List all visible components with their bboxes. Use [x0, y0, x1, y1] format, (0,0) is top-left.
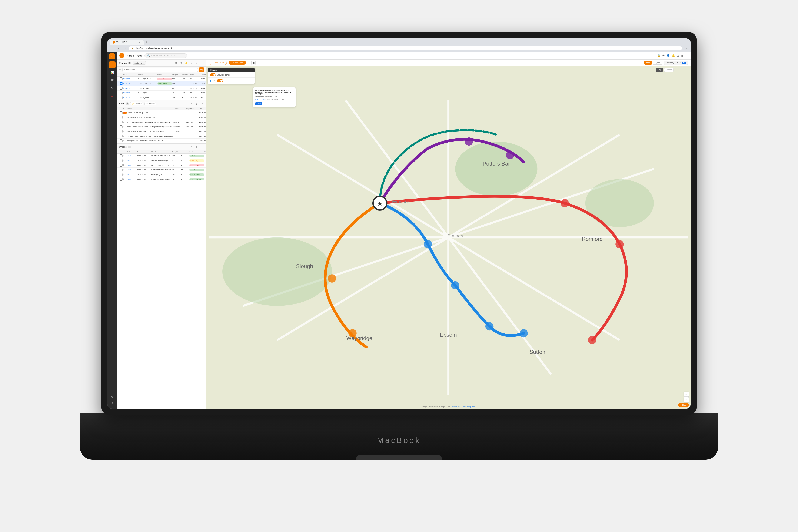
lock-icon[interactable]: 🔒 — [657, 54, 661, 57]
sites-add-icon[interactable]: + — [189, 101, 194, 106]
row-checkbox[interactable] — [119, 87, 123, 90]
legend-map-btn[interactable]: Map — [656, 68, 663, 72]
table-row[interactable]: R138720 Truck 2 (Andrew) Closed 228 17.5… — [117, 77, 206, 81]
zoom-out-btn[interactable]: − — [684, 397, 689, 402]
driver-toggle[interactable] — [217, 79, 223, 82]
map-toggle-btn[interactable]: 🗺 — [199, 68, 204, 72]
order-checkbox[interactable] — [119, 164, 123, 167]
table-row[interactable]: R138717 Truck 5 (Ed) 48 16.5 09:00 am 11… — [117, 91, 206, 95]
list-item[interactable]: 3 Upper House Discoed Street Presteigne … — [117, 125, 206, 129]
zoom-in-btn[interactable]: + — [684, 392, 689, 397]
list-item[interactable]: 1 10 Downage Drive London NW4 1AA 12:09 … — [117, 115, 206, 120]
table-row[interactable]: R138718 Truck 3 (Paul) 249 12 09:00 am 1… — [117, 86, 206, 91]
search-bar[interactable]: 🔍 Search by Order Number — [145, 53, 187, 58]
terms-link[interactable]: Terms of Use — [452, 406, 460, 407]
sidebar-icon-routes[interactable]: ☰ — [109, 61, 116, 68]
order-number[interactable]: 26410 — [127, 155, 137, 157]
address-bar[interactable]: 🔒 https://web.track-pod.com/en/plan-trac… — [129, 46, 682, 50]
trash-icon[interactable]: 🗑 — [681, 54, 684, 57]
table-row[interactable]: ⠿ 26385 2022.07.05 ECYCLE DRIVE (PTY) L.… — [117, 163, 206, 168]
more-routes-icon[interactable]: ⋮ — [200, 61, 204, 65]
order-checkbox[interactable] — [119, 178, 123, 180]
routes-filter-input[interactable] — [122, 68, 198, 72]
site-checkbox[interactable] — [119, 111, 123, 114]
drivers-toggle[interactable]: Show all drivers — [208, 72, 255, 78]
browser-tab-active[interactable]: Track-POD ✕ — [110, 40, 144, 45]
list-item[interactable]: 📍 7 Hazel Drive Send, gu236lq 11:46 am 0 — [117, 111, 206, 115]
add-route-btn[interactable]: + + Add Route — [209, 61, 227, 65]
site-checkbox[interactable] — [119, 125, 123, 128]
driver-item[interactable]: 1/1 — [208, 78, 255, 83]
tooltip-save-btn[interactable]: Save — [255, 102, 262, 105]
toggle-switch[interactable] — [210, 73, 216, 76]
sidebar-icon-settings-alt[interactable]: ⚙ — [109, 84, 116, 91]
order-number[interactable]: 26385 — [127, 164, 137, 166]
site-checkbox[interactable] — [119, 135, 123, 137]
star-icon[interactable]: ★ — [662, 54, 665, 57]
order-checkbox[interactable] — [119, 154, 123, 157]
row-checkbox[interactable] — [119, 96, 123, 99]
date-selector[interactable]: Yesterday ▾ — [133, 61, 146, 65]
report-link[interactable]: Report a map error — [462, 406, 475, 407]
user-icon[interactable]: 👤 — [666, 54, 670, 57]
more-icon[interactable]: ⋮ — [685, 54, 688, 57]
sidebar-logo[interactable]: ✓ — [109, 53, 115, 59]
preview-btn[interactable]: 👁 Preview — [145, 102, 156, 105]
orders-slider[interactable]: ⋯ — [200, 145, 204, 149]
legend-hybrid-btn[interactable]: Hybrid — [664, 68, 673, 72]
optimize-btn[interactable]: ⚡ R138720 Optimize — [130, 102, 143, 105]
map-view-map-btn[interactable]: Map — [644, 61, 652, 65]
table-row[interactable]: ⠿ 26417 2022.07.05 Elkam (Pty)Ltd 200 7 … — [117, 172, 206, 177]
site-checkbox[interactable] — [119, 116, 123, 119]
site-checkbox[interactable] — [119, 130, 123, 133]
sidebar-icon-alert[interactable]: ⚠ — [109, 92, 116, 99]
bell-routes-icon[interactable]: 🔔 — [184, 61, 189, 65]
sites-slider-icon[interactable]: ⋯ — [200, 101, 204, 106]
forward-btn[interactable]: › — [116, 46, 121, 51]
list-item[interactable]: 6 Manygate Lane Shepperton, Middlesex TW… — [117, 138, 206, 143]
list-item[interactable]: 2 UNIT A2 ALADIN BUSINESS CENTRE 426 LON… — [117, 120, 206, 125]
orders-add-icon[interactable]: + — [189, 145, 194, 149]
bookmark-btn[interactable]: ☆ — [684, 46, 688, 51]
orders-copy-icon[interactable]: ⧉ — [194, 145, 199, 149]
grid-icon[interactable]: ⊞ — [677, 54, 679, 57]
delete-icon[interactable]: 🗑 — [179, 61, 184, 65]
order-number[interactable]: 26493 — [127, 169, 137, 171]
sidebar-icon-help[interactable]: ? — [109, 400, 116, 407]
bell-icon[interactable]: 🔔 — [671, 54, 675, 57]
sidebar-icon-chart[interactable]: 📊 — [109, 69, 116, 76]
copy-icon[interactable]: ⧉ — [174, 61, 178, 65]
site-checkbox[interactable] — [119, 139, 123, 142]
add-icon[interactable]: + — [169, 61, 173, 65]
table-row[interactable]: R138719 Truck 1 (Georgy) In Progress 338… — [117, 81, 206, 86]
site-checkbox[interactable] — [119, 121, 123, 124]
upload-icon[interactable]: ↑ — [194, 61, 199, 65]
row-checkbox[interactable] — [119, 92, 123, 94]
order-checkbox[interactable] — [119, 169, 123, 171]
help-btn[interactable]: ● Help — [678, 403, 689, 407]
table-row[interactable]: ⠿ 26409 2022.07.05 Leshin and Albertini … — [117, 177, 206, 182]
table-row[interactable]: ⠿ 26452 2022.07.05 Centpret Properties (… — [117, 158, 206, 163]
map-view-hybrid-btn[interactable]: Hybrid — [653, 61, 662, 65]
row-checkbox[interactable] — [119, 77, 123, 80]
order-number[interactable]: 26452 — [127, 159, 137, 162]
order-checkbox[interactable] — [119, 159, 123, 162]
sites-delete-icon[interactable]: 🗑 — [194, 101, 199, 106]
reload-btn[interactable]: ↺ — [122, 46, 127, 51]
list-item[interactable]: 4 46 Friarsville Road Richmond, Surrey T… — [117, 129, 206, 134]
order-number[interactable]: 26409 — [127, 178, 137, 180]
list-item[interactable]: 5 50 Heath Road **OPEN AT 9:30** Twicken… — [117, 134, 206, 138]
drivers-minimize-icon[interactable]: − — [251, 69, 252, 71]
tab-close-btn[interactable]: ✕ — [139, 41, 141, 43]
sidebar-icon-map[interactable]: 🗺 — [109, 77, 116, 83]
grid-view-btn[interactable]: ⊞ — [251, 61, 255, 65]
back-btn[interactable]: ‹ — [110, 46, 114, 51]
download-icon[interactable]: ↓ — [189, 61, 194, 65]
new-tab-btn[interactable]: + — [144, 40, 149, 45]
table-row[interactable]: ⠿ 26493 2022.07.05 CATERCORP CO PACKE...… — [117, 168, 206, 172]
order-number[interactable]: 26417 — [127, 174, 137, 175]
map-area[interactable]: ★ Potters Bar Slough Romford Epsom Weybr… — [206, 66, 690, 408]
table-row[interactable]: R138716 Truck 4 (Peter) 277 9 09:00 am 1… — [117, 95, 206, 100]
add-order-btn[interactable]: + + Add Order — [229, 61, 246, 65]
table-row[interactable]: ⠿ 26410 2022.07.05 HP GREENSBORO LLC 100… — [117, 154, 206, 158]
